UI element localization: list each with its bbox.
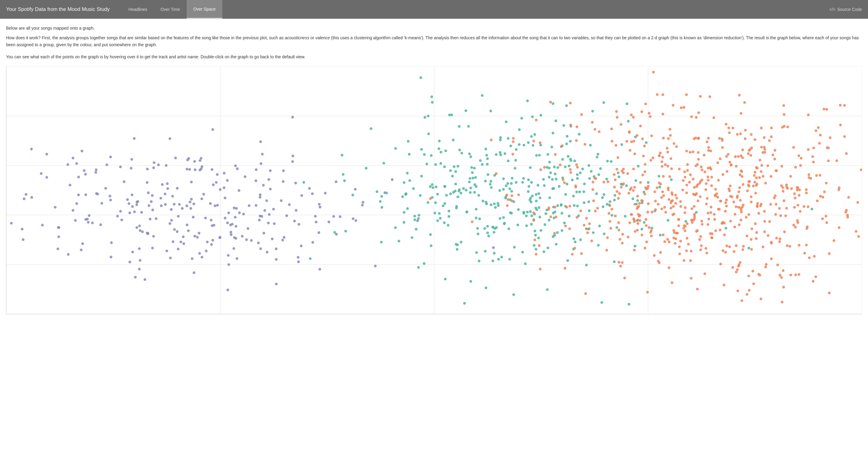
- para1-mid: or: [309, 35, 315, 40]
- code-icon: </>: [829, 7, 835, 12]
- chart-canvas: [6, 66, 862, 314]
- desc-para2: You can see what each of the points on t…: [6, 54, 862, 60]
- scatter-chart[interactable]: [6, 66, 862, 314]
- source-code-label: Source Code: [837, 7, 862, 12]
- main-nav: Headlines Over Time Over Space: [122, 0, 829, 19]
- main-content: Below are all your songs mapped onto a g…: [0, 19, 868, 320]
- description-block: Below are all your songs mapped onto a g…: [6, 25, 862, 60]
- nav-over-space[interactable]: Over Space: [187, 0, 222, 19]
- header: Your Spotify Data from the Mood Music St…: [0, 0, 868, 19]
- app-title: Your Spotify Data from the Mood Music St…: [6, 6, 110, 12]
- desc-line1: Below are all your songs mapped onto a g…: [6, 25, 862, 31]
- para1-start: How does it work? First, the analysis gr…: [6, 35, 285, 40]
- acousticness-italic: acousticness: [285, 35, 309, 40]
- source-code-link[interactable]: </> Source Code: [829, 7, 862, 12]
- nav-over-time[interactable]: Over Time: [154, 0, 187, 19]
- nav-headlines[interactable]: Headlines: [122, 0, 154, 19]
- desc-para1: How does it work? First, the analysis gr…: [6, 34, 862, 48]
- valence-italic: valence: [315, 35, 330, 40]
